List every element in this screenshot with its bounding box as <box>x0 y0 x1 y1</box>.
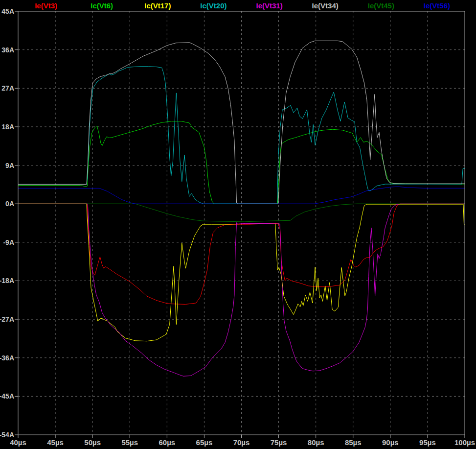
y-axis-label: -9A <box>3 238 14 246</box>
trace-label-ic-vt6[interactable]: Ic(Vt6) <box>91 1 113 10</box>
y-axis-label: 27A <box>1 84 14 92</box>
x-axis-label: 75µs <box>271 438 287 447</box>
x-axis-label: 55µs <box>121 438 138 447</box>
x-axis-label: 95µs <box>419 438 436 447</box>
trace-label-ic-vt17[interactable]: Ic(Vt17) <box>144 1 171 10</box>
x-axis-label: 85µs <box>345 438 362 447</box>
y-axis-label: -45A <box>0 392 14 400</box>
trace-label-ic-vt20[interactable]: Ic(Vt20) <box>200 1 227 10</box>
trace-label-ie-vt3[interactable]: Ie(Vt3) <box>35 1 57 10</box>
x-axis-label: 80µs <box>308 438 324 447</box>
y-axis-label: 0A <box>5 200 14 208</box>
y-axis-label: 18A <box>1 123 14 131</box>
waveform-plot[interactable]: 40µs45µs50µs55µs60µs65µs70µs75µs80µs85µs… <box>0 0 476 449</box>
trace-label-ie-vt34[interactable]: Ie(Vt34) <box>312 1 339 10</box>
y-axis-label: -54A <box>0 431 14 439</box>
x-axis-label: 90µs <box>382 438 399 447</box>
y-axis-label: -36A <box>0 354 14 362</box>
y-axis-label: 45A <box>1 7 14 15</box>
x-axis-label: 40µs <box>10 438 26 447</box>
y-axis-label: -18A <box>0 277 14 284</box>
x-axis-label: 65µs <box>196 438 213 447</box>
trace-label-ie-vt45[interactable]: Ie(Vt45) <box>368 1 394 10</box>
x-axis-label: 60µs <box>159 438 175 447</box>
y-axis-label: 36A <box>1 46 14 54</box>
trace-label-ie-vt56[interactable]: Ie(Vt56) <box>424 1 450 10</box>
x-axis-label: 70µs <box>233 438 250 447</box>
waveform-viewer: 40µs45µs50µs55µs60µs65µs70µs75µs80µs85µs… <box>0 0 476 449</box>
x-axis-label: 45µs <box>47 438 64 447</box>
y-axis-label: -27A <box>0 315 14 323</box>
x-axis-label: 100µs <box>454 438 475 447</box>
x-axis-label: 50µs <box>84 438 101 447</box>
y-axis-label: 9A <box>5 162 14 169</box>
trace-label-ie-vt31[interactable]: Ie(Vt31) <box>256 1 282 10</box>
